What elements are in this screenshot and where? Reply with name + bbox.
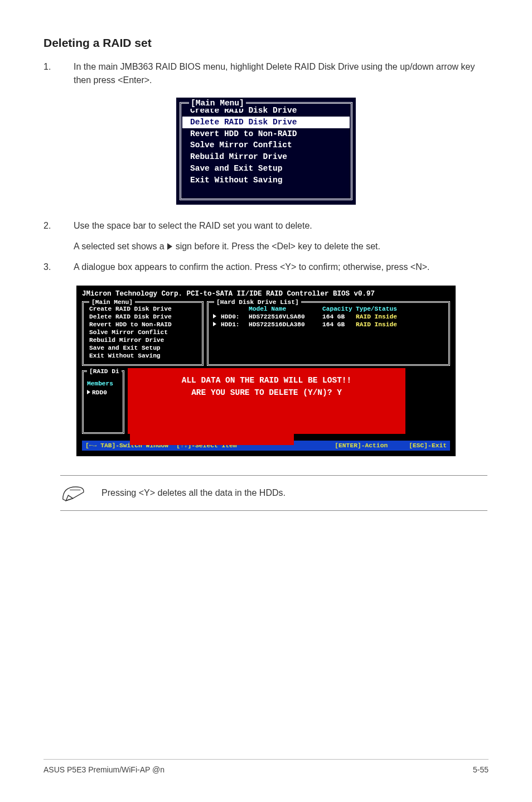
menu-item-solve: Solve Mirror Conflict bbox=[182, 139, 350, 151]
hdd0-cap: 164 GB bbox=[322, 313, 356, 321]
lm-solve: Solve Mirror Conflict bbox=[88, 328, 197, 336]
hdd0-slot: HDD0: bbox=[221, 313, 249, 321]
note-text: Pressing <Y> deletes all the data in the… bbox=[101, 486, 487, 499]
panel-raid-title: [RAID Di bbox=[87, 368, 122, 375]
note-pencil-icon bbox=[60, 482, 87, 504]
step-3-text: A dialogue box appears to confirm the ac… bbox=[74, 260, 489, 273]
panel-hdd-list: [Hard Disk Drive List] . . Model Name Ca… bbox=[207, 301, 450, 366]
hdd0-type: RAID Inside bbox=[356, 313, 444, 321]
hdd1-cap: 164 GB bbox=[322, 321, 356, 328]
keybar-esc: [ESC]-Exit bbox=[409, 442, 447, 450]
raid-entry-rdd0: RDD0 bbox=[87, 389, 120, 397]
step-2-number: 2. bbox=[43, 219, 60, 232]
hdd-row-1: HDD1: HDS722516DLA380 164 GB RAID Inside bbox=[213, 321, 444, 328]
step-3-number: 3. bbox=[43, 260, 60, 273]
row-arrow-icon bbox=[213, 322, 216, 326]
bios-controller-title: JMicron Technology Corp. PCI-to-SATA II/… bbox=[82, 290, 450, 299]
footer-left: ASUS P5E3 Premium/WiFi-AP @n bbox=[43, 764, 165, 775]
step-2-text: Use the space bar to select the RAID set… bbox=[74, 219, 489, 232]
hdd-row-0: HDD0: HDS722516VLSA80 164 GB RAID Inside bbox=[213, 313, 444, 321]
bios-main-menu-title: [Main Menu] bbox=[189, 98, 246, 109]
lm-rebuild: Rebuild Mirror Drive bbox=[88, 336, 197, 344]
lm-save: Save and Exit Setup bbox=[88, 344, 197, 352]
lm-delete: Delete RAID Disk Drive bbox=[88, 313, 197, 321]
step-1: 1. In the main JMB363 RAID BIOS menu, hi… bbox=[43, 60, 489, 86]
bios-main-menu-screenshot: [Main Menu] Create RAID Disk Drive Delet… bbox=[176, 98, 356, 205]
redbox-line-1: ALL DATA ON THE RAID WILL BE LOST!! bbox=[132, 375, 401, 387]
hdd-header-cap: Capacity bbox=[322, 305, 356, 313]
page: Deleting a RAID set 1. In the main JMB36… bbox=[0, 0, 532, 802]
raid-members-label: Members bbox=[87, 380, 120, 388]
row-arrow-icon bbox=[213, 314, 216, 318]
redbox-line-2: ARE YOU SURE TO DELETE (Y/N)? Y bbox=[132, 387, 401, 399]
raid-entry-text: RDD0 bbox=[92, 389, 107, 396]
hdd1-slot: HDD1: bbox=[221, 321, 249, 328]
lm-revert: Revert HDD to Non-RAID bbox=[88, 321, 197, 328]
panel-hdd-title: [Hard Disk Drive List] bbox=[214, 298, 301, 306]
note-block: Pressing <Y> deletes all the data in the… bbox=[60, 475, 487, 511]
triangle-icon bbox=[167, 243, 172, 250]
hdd1-type: RAID Inside bbox=[356, 321, 444, 328]
menu-item-save: Save and Exit Setup bbox=[182, 163, 350, 175]
bios-large-screenshot: JMicron Technology Corp. PCI-to-SATA II/… bbox=[76, 286, 456, 456]
lm-exit: Exit Without Saving bbox=[88, 352, 197, 360]
step-2: 2. Use the space bar to select the RAID … bbox=[43, 219, 489, 232]
step-2-extra-b: sign before it. Press the <Del> key to d… bbox=[173, 241, 380, 251]
page-footer: ASUS P5E3 Premium/WiFi-AP @n 5-55 bbox=[43, 759, 489, 775]
panel-raid-disk: [RAID Di Members RDD0 bbox=[82, 370, 124, 434]
hdd1-model: HDS722516DLA380 bbox=[249, 321, 322, 328]
menu-item-delete-selected: Delete RAID Disk Drive bbox=[182, 117, 350, 128]
step-2-extra: A selected set shows a sign before it. P… bbox=[74, 240, 489, 253]
hdd-header-type: Type/Status bbox=[356, 305, 444, 313]
menu-item-exit: Exit Without Saving bbox=[182, 175, 350, 186]
section-heading: Deleting a RAID set bbox=[43, 35, 489, 51]
step-1-number: 1. bbox=[43, 60, 60, 86]
panel-main-menu: [Main Menu] Create RAID Disk Drive Delet… bbox=[82, 301, 204, 366]
menu-item-revert: Revert HDD to Non-RAID bbox=[182, 128, 350, 140]
step-3: 3. A dialogue box appears to confirm the… bbox=[43, 260, 489, 273]
keybar-enter: [ENTER]-Action bbox=[335, 442, 388, 450]
row-arrow-icon bbox=[87, 390, 90, 394]
panel-main-menu-title: [Main Menu] bbox=[89, 298, 135, 306]
step-1-text: In the main JMB363 RAID BIOS menu, highl… bbox=[74, 60, 489, 86]
confirm-delete-dialog: ALL DATA ON THE RAID WILL BE LOST!! ARE … bbox=[128, 368, 405, 434]
footer-right: 5-55 bbox=[473, 764, 489, 775]
step-2-extra-a: A selected set shows a bbox=[74, 241, 167, 251]
menu-item-rebuild: Rebuild Mirror Drive bbox=[182, 151, 350, 163]
hdd0-model: HDS722516VLSA80 bbox=[249, 313, 322, 321]
